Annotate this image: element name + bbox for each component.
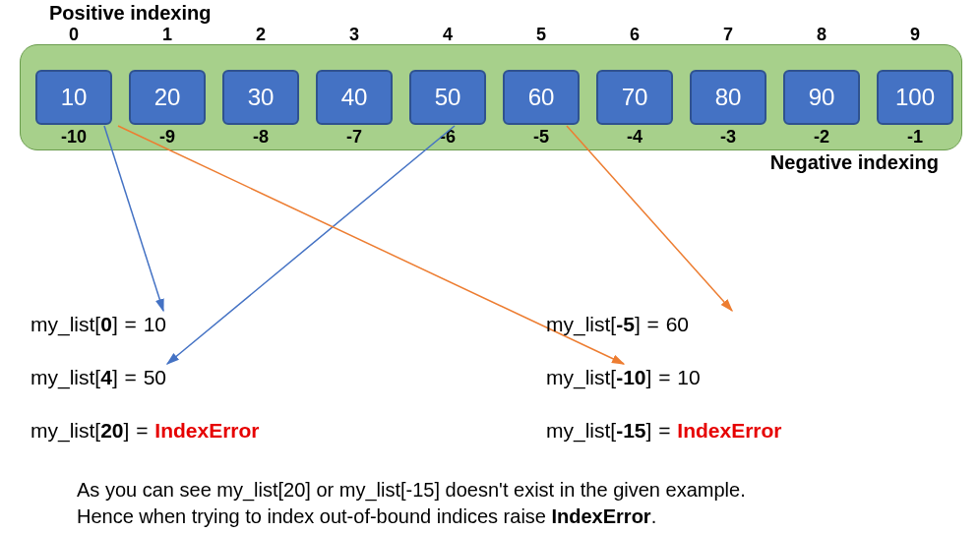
positive-index-label: 0: [35, 25, 112, 45]
negative-index-label: -7: [316, 127, 393, 148]
negative-index-label: -8: [222, 127, 299, 148]
negative-index-label: -4: [596, 127, 673, 148]
negative-index-label: -1: [877, 127, 953, 148]
array-value-cell: 30: [222, 70, 299, 125]
example-pos-20: my_list[20] = IndexError: [31, 419, 260, 443]
array-value-cell: 20: [129, 70, 206, 125]
positive-index-label: 1: [129, 25, 206, 45]
array-value-cell: 80: [690, 70, 766, 125]
positive-index-label: 4: [409, 25, 486, 45]
array-value-cell: 50: [409, 70, 486, 125]
positive-index-label: 5: [503, 25, 580, 45]
negative-index-label: -6: [409, 127, 486, 148]
positive-index-label: 9: [877, 25, 953, 45]
negative-index-label: -9: [129, 127, 206, 148]
positive-indexing-title: Positive indexing: [49, 2, 211, 25]
array-value-cell: 40: [316, 70, 393, 125]
arrow-pos0-to-ex0: [104, 126, 163, 311]
array-value-cell: 90: [783, 70, 860, 125]
caption-text: As you can see my_list[20] or my_list[-1…: [77, 477, 746, 530]
example-neg-5: my_list[-5] = 60: [546, 313, 689, 336]
array-value-cell: 10: [35, 70, 112, 125]
positive-index-label: 3: [316, 25, 393, 45]
negative-index-label: -5: [503, 127, 580, 148]
positive-index-label: 2: [222, 25, 299, 45]
negative-indexing-title: Negative indexing: [770, 151, 939, 174]
arrow-pos4-to-ex4: [167, 126, 455, 364]
example-pos-4: my_list[4] = 50: [31, 366, 166, 389]
positive-index-label: 7: [690, 25, 766, 45]
example-neg-15: my_list[-15] = IndexError: [546, 419, 782, 443]
negative-index-label: -3: [690, 127, 766, 148]
positive-index-label: 6: [596, 25, 673, 45]
positive-index-label: 8: [783, 25, 860, 45]
example-pos-0: my_list[0] = 10: [31, 313, 166, 336]
array-value-cell: 60: [503, 70, 580, 125]
negative-index-label: -2: [783, 127, 860, 148]
array-value-cell: 70: [596, 70, 673, 125]
negative-index-label: -10: [35, 127, 112, 148]
example-neg-10: my_list[-10] = 10: [546, 366, 701, 389]
arrow-neg10-to-ex-10: [567, 126, 732, 311]
array-value-cell: 100: [877, 70, 953, 125]
